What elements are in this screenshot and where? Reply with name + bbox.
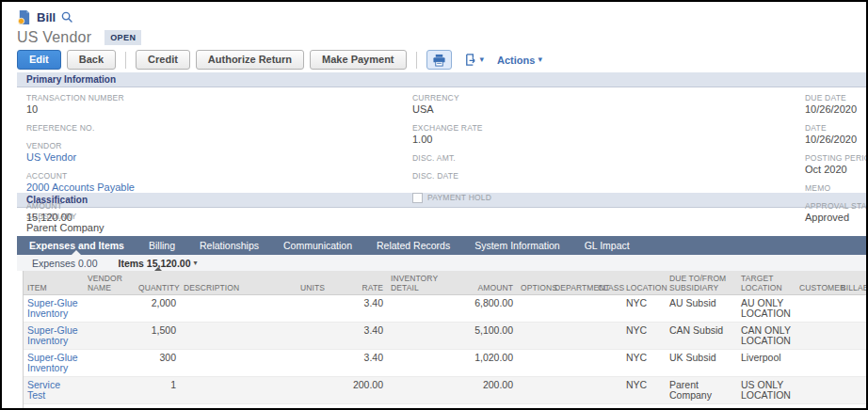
quantity-cell: 300 — [135, 350, 180, 377]
tab-gl-impact[interactable]: GL Impact — [572, 236, 642, 255]
amount-cell: 1,020.00 — [453, 350, 517, 377]
column-header-inventory-detail: INVENTORY DETAIL — [387, 271, 453, 295]
field-transaction-number: TRANSACTION NUMBER 10 — [26, 93, 384, 116]
column-header-options: OPTIONS — [517, 271, 551, 295]
bill-record-page: Bill US Vendor OPEN Edit Back Credit Aut… — [0, 0, 868, 410]
bill-document-icon — [17, 9, 31, 25]
authorize-return-button[interactable]: Authorize Return — [196, 50, 304, 70]
vendor-link[interactable]: US Vendor — [26, 151, 384, 164]
item-link[interactable]: Iphone 2020 - no-inv — [27, 406, 72, 410]
location-cell: NYC — [622, 377, 666, 404]
make-payment-button[interactable]: Make Payment — [310, 50, 406, 70]
column-header-billable: BILLABLE — [837, 271, 868, 295]
field-posting-period: POSTING PERIOD Oct 2020 — [805, 153, 868, 176]
tab-system-information[interactable]: System Information — [462, 236, 571, 255]
field-exchange-rate: EXCHANGE RATE 1.00 — [412, 123, 770, 146]
field-vendor: VENDOR US Vendor — [26, 141, 384, 164]
item-link[interactable]: Super-Glue Inventory — [27, 297, 78, 319]
amount-cell: 6,800.00 — [453, 295, 517, 323]
column-header-target-location: TARGET LOCATION — [737, 271, 796, 295]
column-header-customer: CUSTOMER — [796, 271, 837, 295]
payment-hold-checkbox[interactable] — [412, 193, 423, 203]
amount-cell: 200.00 — [453, 377, 517, 404]
item-link[interactable]: Service Test — [27, 379, 60, 401]
credit-button[interactable]: Credit — [136, 50, 190, 70]
tab-relationships[interactable]: Relationships — [187, 236, 271, 255]
field-currency: CURRENCY USA — [412, 93, 770, 116]
target-location-cell: JP ONLY LOCATION — [737, 404, 796, 410]
caret-down-icon: ▾ — [194, 260, 198, 267]
due-to-from-subsidiary-cell: UK Subsid — [666, 350, 737, 377]
item-link[interactable]: Super-Glue Inventory — [27, 324, 78, 346]
column-header-due-to-from-subsidiary: DUE TO/FROM SUBSIDIARY — [666, 271, 737, 295]
tab-billing[interactable]: Billing — [137, 236, 187, 255]
caret-down-icon: ▾ — [538, 55, 542, 64]
top-toolbar: Edit Back Credit Authorize Return Make P… — [9, 48, 866, 72]
record-title-row: US Vendor OPEN — [9, 27, 866, 48]
quantity-cell: 1,500 — [135, 323, 180, 350]
column-header-rate: RATE — [327, 271, 387, 295]
due-to-from-subsidiary-cell: AU Subsid — [666, 295, 737, 323]
field-due-date: DUE DATE 10/26/2020 — [805, 93, 868, 116]
print-button[interactable] — [426, 50, 452, 70]
amount-cell: 5,100.00 — [453, 323, 517, 350]
table-row: Iphone 2020 - no-inv 20 100.00 2,000.00 … — [24, 404, 868, 410]
items-table-container: ITEM VENDOR NAME QUANTITY DESCRIPTION UN… — [23, 271, 868, 410]
subtab-expenses[interactable]: Expenses 0.00 — [32, 255, 97, 271]
field-payment-hold: PAYMENT HOLD — [412, 193, 770, 203]
caret-down-icon: ▾ — [480, 55, 485, 64]
subtab-items[interactable]: Items 15,120.00 ▾ — [118, 255, 197, 271]
amount-cell: 2,000.00 — [453, 404, 517, 410]
quantity-cell: 2,000 — [135, 295, 180, 323]
actions-menu-button[interactable]: Actions ▾ — [497, 55, 542, 66]
back-button[interactable]: Back — [67, 50, 116, 70]
rate-cell: 3.40 — [327, 323, 387, 350]
field-disc-date: DISC. DATE — [412, 171, 770, 181]
location-cell: NYC — [622, 323, 666, 350]
rate-cell: 3.40 — [327, 295, 387, 323]
rate-cell: 200.00 — [327, 377, 387, 404]
target-location-cell: US ONLY LOCATION — [737, 377, 796, 404]
record-type-label: Bill — [37, 10, 56, 24]
due-to-from-subsidiary-cell: Parent Company — [666, 377, 737, 404]
rate-cell: 3.40 — [327, 350, 387, 377]
column-header-description: DESCRIPTION — [180, 271, 297, 295]
due-to-from-subsidiary-cell: CAN Subsid — [666, 323, 737, 350]
tab-related-records[interactable]: Related Records — [364, 236, 462, 255]
location-cell: NYC — [622, 295, 666, 323]
item-link[interactable]: Super-Glue Inventory — [27, 352, 78, 373]
subtabbar: Expenses 0.00 Items 15,120.00 ▾ — [17, 255, 866, 271]
titlebar: Bill — [9, 7, 866, 27]
field-memo: MEMO — [805, 183, 868, 194]
tab-communication[interactable]: Communication — [271, 236, 364, 255]
target-location-cell: AU ONLY LOCATION — [737, 295, 796, 323]
tab-expenses-and-items[interactable]: Expenses and Items — [17, 236, 137, 255]
quantity-cell: 1 — [135, 377, 180, 404]
column-header-item: ITEM — [24, 271, 84, 295]
primary-information-header: Primary Information — [17, 72, 866, 87]
column-header-location: LOCATION — [622, 271, 666, 295]
target-location-cell: Liverpool — [737, 350, 796, 377]
primary-information-fields: TRANSACTION NUMBER 10 REFERENCE NO. VEND… — [9, 87, 866, 193]
account-link[interactable]: 2000 Accounts Payable — [26, 181, 384, 194]
field-account: ACCOUNT 2000 Accounts Payable — [26, 171, 384, 194]
page-title: US Vendor — [17, 29, 91, 46]
column-header-class: CLASS — [594, 271, 622, 295]
edit-button[interactable]: Edit — [17, 50, 61, 70]
field-disc-amt: DISC. AMT. — [412, 153, 770, 164]
field-amount: AMOUNT 15,120.00 — [26, 201, 384, 224]
status-badge: OPEN — [104, 30, 141, 45]
due-to-from-subsidiary-cell: JP Subsid — [666, 404, 737, 410]
location-cell: NYC — [622, 404, 666, 410]
field-reference-no: REFERENCE NO. — [26, 123, 384, 134]
items-table-header-row: ITEM VENDOR NAME QUANTITY DESCRIPTION UN… — [24, 271, 868, 295]
column-header-amount: AMOUNT — [453, 271, 517, 295]
toolbar-divider — [416, 52, 417, 69]
location-cell: NYC — [622, 350, 666, 377]
column-header-units: UNITS — [297, 271, 327, 295]
column-header-vendor-name: VENDOR NAME — [84, 271, 135, 295]
rate-cell: 100.00 — [327, 404, 387, 410]
field-date: DATE 10/26/2020 — [805, 123, 868, 146]
search-icon[interactable] — [61, 11, 73, 24]
export-button[interactable]: ▾ — [463, 53, 485, 67]
